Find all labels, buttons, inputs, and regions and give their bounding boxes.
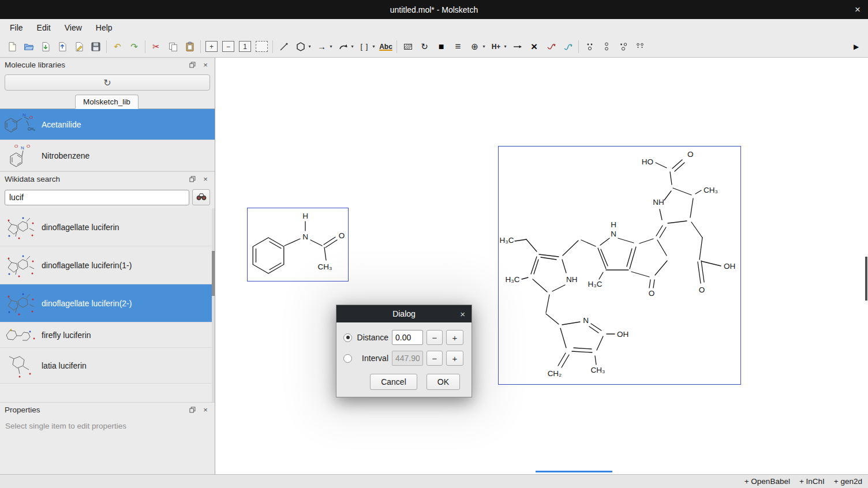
interval-increment-button[interactable]: + [446,351,463,366]
text-tool[interactable]: Abc [377,39,394,55]
export-image-icon[interactable] [70,39,87,55]
molecule-thumbnail [2,290,38,317]
svg-text:N: N [21,145,24,151]
lone-pair-tool-2[interactable] [598,39,615,55]
hydrogen-remove-tool[interactable] [509,39,526,55]
search-result-item[interactable]: dinoflagellate luciferin(2-) [0,284,215,322]
search-result-item[interactable]: dinoflagellate luciferin [0,208,215,246]
paste-icon[interactable] [181,39,198,55]
search-button[interactable] [192,189,210,205]
charge-dropdown[interactable]: ▾ [480,39,488,55]
result-label: latia luciferin [42,361,87,370]
export-icon[interactable] [54,39,70,55]
menu-help[interactable]: Help [89,21,119,35]
zoom-original-icon[interactable]: 1 [239,41,251,52]
distance-input[interactable] [392,330,423,345]
search-input[interactable] [5,190,189,205]
toolbar: ↶↷✂+−1▾→▾▾[ ]▾Abc↻■≡⊕▾H+▾× ▶ [0,36,868,58]
result-label: dinoflagellate luciferin(1-) [42,261,132,270]
properties-panel: Properties × Select single item to edit … [0,402,215,474]
molecule-thumbnail [2,326,38,344]
rotate-tool[interactable]: ↻ [416,39,433,55]
float-panel-icon[interactable] [188,61,197,70]
undo-icon[interactable]: ↶ [109,39,126,55]
open-file-icon[interactable] [20,39,37,55]
search-result-item[interactable]: dinoflagellate luciferin(1-) [0,246,215,284]
interval-decrement-button[interactable]: − [426,351,443,366]
import-icon[interactable] [37,39,54,55]
color-picker-tool[interactable]: ■ [433,39,450,55]
svg-text:N: N [583,316,589,325]
interval-radio[interactable] [343,354,352,363]
close-panel-icon[interactable]: × [201,406,210,415]
result-label: dinoflagellate luciferin [42,223,119,232]
cancel-button[interactable]: Cancel [370,374,417,390]
search-result-item[interactable]: latia luciferin [0,348,215,384]
svg-text:N: N [611,230,616,238]
menubar: File Edit View Help [0,19,868,36]
svg-text:O: O [27,144,30,149]
ring-dropdown[interactable]: ▾ [306,39,313,55]
zoom-out-icon[interactable]: − [222,41,234,52]
plugin-gen2d: + gen2d [834,477,862,486]
float-panel-icon[interactable] [188,175,197,184]
refresh-libraries-button[interactable]: ↻ [5,74,210,91]
tab-molsketch-lib[interactable]: Molsketch_lib [75,95,139,109]
search-result-item[interactable]: firefly luciferin [0,322,215,348]
lone-pair-tool-1[interactable] [581,39,598,55]
window-close-button[interactable]: × [855,4,860,16]
zoom-fit-icon[interactable] [256,41,268,52]
svg-text:NH: NH [653,198,664,207]
menu-view[interactable]: View [58,21,89,35]
new-file-icon[interactable] [3,39,20,55]
library-item[interactable]: NOCH₃ Acetanilide [0,109,215,140]
canvas-vertical-scrollbar[interactable] [865,257,867,301]
distance-increment-button[interactable]: + [446,330,463,345]
menu-file[interactable]: File [3,21,30,35]
library-item[interactable]: NOO Nitrobenzene [0,140,215,171]
reaction-arrow-dropdown[interactable]: ▾ [327,39,335,55]
left-panel: Molecule libraries × ↻ Molsketch_lib NOC… [0,58,215,474]
dialog-titlebar[interactable]: Dialog × [336,305,472,322]
radical-tool-1[interactable] [615,39,631,55]
dialog-body: Distance − + Interval − + Cancel [336,322,472,397]
line-width-tool[interactable]: ≡ [450,39,466,55]
distance-radio[interactable] [343,333,352,342]
toolbar-overflow-button[interactable]: ▶ [848,39,865,55]
hydrogen-add-dropdown[interactable]: ▾ [502,39,509,55]
save-icon[interactable] [87,39,104,55]
canvas-horizontal-scrollbar[interactable] [536,471,612,472]
properties-title: Properties [5,406,184,414]
curved-arrow-dropdown[interactable]: ▾ [349,39,356,55]
svg-text:H: H [302,212,308,220]
titlebar[interactable]: untitled.mol* - Molsketch × [0,0,868,19]
menu-edit[interactable]: Edit [30,21,58,35]
svg-text:NH: NH [566,275,578,284]
delete-tool[interactable]: × [526,39,542,55]
ok-button[interactable]: OK [426,374,460,390]
close-panel-icon[interactable]: × [201,61,210,70]
acetanilide-selection[interactable]: H N O CH₃ [247,208,349,281]
close-panel-icon[interactable]: × [201,175,210,184]
dialog-close-button[interactable]: × [460,309,465,319]
redo-icon[interactable]: ↷ [126,39,143,55]
acetanilide-molecule: H N O CH₃ [248,208,348,281]
results-scrollbar-track [212,208,215,402]
copy-icon[interactable] [164,39,181,55]
zoom-in-icon[interactable]: + [205,41,218,52]
luciferin-selection[interactable]: HO O NH CH₃ [498,146,741,385]
drawing-canvas[interactable]: H N O CH₃ HO [215,58,868,474]
mechanism-tool-2[interactable] [559,39,576,55]
hatch-tool[interactable] [399,39,416,55]
bracket-dropdown[interactable]: ▾ [370,39,377,55]
mechanism-tool-1[interactable] [542,39,559,55]
distance-decrement-button[interactable]: − [426,330,443,345]
draw-bond-tool[interactable] [275,39,292,55]
molecule-libraries-header: Molecule libraries × [0,58,215,72]
svg-text:O: O [649,289,655,298]
svg-text:CH₃: CH₃ [318,262,332,271]
cut-icon[interactable]: ✂ [148,39,164,55]
radical-tool-2[interactable] [631,39,648,55]
float-panel-icon[interactable] [188,406,197,415]
results-scrollbar-thumb[interactable] [212,251,215,296]
